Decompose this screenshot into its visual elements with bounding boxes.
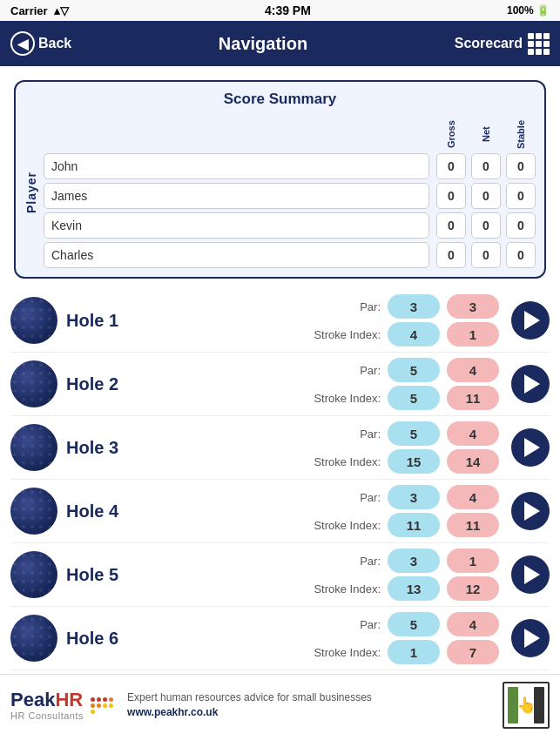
score-val-2-1: 0 [436, 183, 466, 209]
footer-banner: PeakHR HR Consultants Expert human resou… [0, 674, 560, 736]
back-label: Back [38, 36, 71, 51]
si-pink-6[interactable]: 7 [447, 640, 499, 664]
par-label-1: Par: [311, 300, 381, 313]
hole-item-6: Hole 6 Par: 5 4 Stroke Index: 1 7 [10, 607, 550, 670]
footer-brand-name: PeakHR [10, 690, 83, 710]
si-blue-6[interactable]: 1 [388, 640, 440, 664]
nav-bar: ◀ Back Navigation Scorecard [0, 21, 560, 66]
play-icon-3 [524, 438, 540, 457]
par-label-5: Par: [311, 555, 381, 568]
par-blue-1[interactable]: 3 [388, 294, 440, 319]
hole-item-4: Hole 4 Par: 3 4 Stroke Index: 11 11 [10, 480, 550, 543]
footer-logo: PeakHR HR Consultants [10, 690, 84, 721]
score-val-3-1: 0 [436, 212, 466, 239]
player-name-input-1[interactable] [44, 153, 429, 179]
si-blue-3[interactable]: 15 [388, 449, 440, 474]
back-button[interactable]: ◀ Back [10, 31, 71, 56]
score-table: Player Gross Net Stable 000000000000 [24, 117, 536, 268]
score-summary-box: Score Summary Player Gross Net Stable 00… [14, 80, 546, 279]
par-pink-3[interactable]: 4 [447, 421, 499, 446]
score-summary-title: Score Summary [24, 91, 536, 108]
player-name-input-4[interactable] [44, 242, 429, 268]
golf-ball-4 [10, 488, 57, 535]
golf-ball-6 [10, 615, 57, 662]
battery-text: 100% [507, 4, 534, 17]
golf-ball-3 [10, 424, 57, 471]
carrier-text: Carrier [10, 4, 48, 17]
bar-hand: 👆 [521, 687, 531, 723]
par-pink-6[interactable]: 4 [447, 612, 499, 636]
par-blue-6[interactable]: 5 [388, 612, 440, 636]
golf-ball-1 [10, 297, 57, 344]
hole-name-4: Hole 4 [66, 501, 136, 522]
par-blue-3[interactable]: 5 [388, 421, 440, 446]
score-val-4-2: 0 [471, 242, 501, 268]
play-button-1[interactable] [511, 301, 550, 340]
si-pink-3[interactable]: 14 [447, 449, 499, 474]
footer-bar-chart: 👆 [503, 682, 550, 729]
par-label-6: Par: [311, 618, 381, 631]
si-pink-5[interactable]: 12 [447, 576, 499, 601]
si-pink-4[interactable]: 11 [447, 513, 499, 537]
score-val-4-1: 0 [436, 242, 466, 268]
hole-item-3: Hole 3 Par: 5 4 Stroke Index: 15 14 [10, 416, 550, 480]
play-button-2[interactable] [511, 365, 550, 403]
hole-name-2: Hole 2 [66, 374, 136, 394]
score-summary-section: Score Summary Player Gross Net Stable 00… [0, 66, 560, 286]
si-label-1: Stroke Index: [311, 328, 381, 341]
si-pink-2[interactable]: 11 [447, 386, 499, 410]
score-val-1-2: 0 [471, 153, 501, 179]
hole-name-3: Hole 3 [66, 438, 136, 458]
score-val-3-3: 0 [506, 212, 536, 239]
play-icon-4 [524, 501, 540, 521]
par-label-4: Par: [311, 491, 381, 504]
play-icon-5 [524, 565, 540, 584]
si-pink-1[interactable]: 1 [447, 322, 499, 347]
col-net: Net [471, 117, 501, 151]
player-name-input-3[interactable] [44, 212, 429, 239]
back-chevron-icon: ◀ [10, 31, 35, 56]
par-blue-5[interactable]: 3 [388, 548, 440, 573]
player-label: Player [24, 172, 38, 213]
score-row-3: 000 [44, 212, 536, 239]
battery-label: 100% 🔋 [507, 4, 550, 17]
footer-dots-decoration [91, 697, 117, 714]
par-pink-2[interactable]: 4 [447, 358, 499, 382]
hole-item-5: Hole 5 Par: 3 1 Stroke Index: 13 12 [10, 543, 550, 607]
si-blue-2[interactable]: 5 [388, 386, 440, 410]
play-button-6[interactable] [511, 619, 550, 657]
player-name-input-2[interactable] [44, 183, 429, 209]
score-row-4: 000 [44, 242, 536, 268]
par-blue-4[interactable]: 3 [388, 485, 440, 509]
si-label-2: Stroke Index: [311, 392, 381, 405]
grid-icon [528, 33, 550, 55]
play-icon-2 [524, 374, 540, 394]
score-rows: 000000000000 [44, 153, 536, 268]
par-blue-2[interactable]: 5 [388, 358, 440, 382]
play-button-4[interactable] [511, 492, 550, 530]
si-blue-5[interactable]: 13 [388, 576, 440, 601]
scorecard-label: Scorecard [455, 36, 523, 51]
play-button-5[interactable] [511, 555, 550, 594]
page-title: Navigation [219, 34, 307, 54]
par-pink-5[interactable]: 1 [447, 548, 499, 573]
par-label-3: Par: [311, 427, 381, 441]
col-gross: Gross [436, 117, 466, 151]
golf-ball-2 [10, 360, 57, 407]
si-blue-1[interactable]: 4 [388, 322, 440, 347]
score-val-4-3: 0 [506, 242, 536, 268]
status-bar: Carrier ▴▽ 4:39 PM 100% 🔋 [0, 0, 560, 21]
par-pink-4[interactable]: 4 [447, 485, 499, 509]
time-label: 4:39 PM [265, 3, 311, 17]
score-row-2: 000 [44, 183, 536, 209]
par-label-2: Par: [311, 364, 381, 377]
si-blue-4[interactable]: 11 [388, 513, 440, 537]
footer-tagline: Expert human resources advice for small … [127, 690, 492, 720]
score-val-1-3: 0 [506, 153, 536, 179]
col-stable: Stable [506, 117, 536, 151]
play-button-3[interactable] [511, 428, 550, 467]
par-pink-1[interactable]: 3 [447, 294, 499, 319]
scorecard-button[interactable]: Scorecard [455, 33, 550, 55]
score-val-3-2: 0 [471, 212, 501, 239]
hole-name-5: Hole 5 [66, 565, 136, 585]
